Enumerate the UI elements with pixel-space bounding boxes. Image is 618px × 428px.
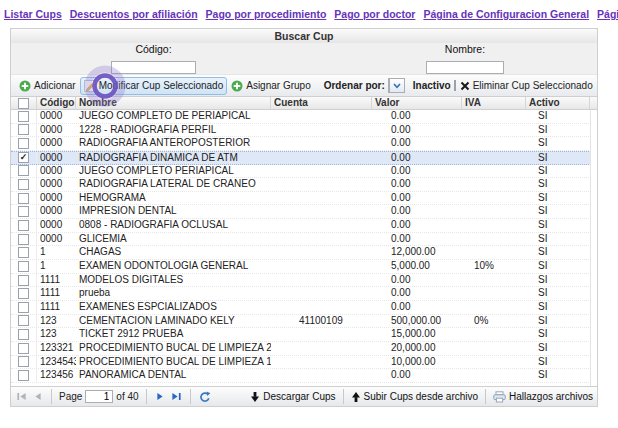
table-row[interactable]: 1111EXAMENES ESPCIALIZADOS0.00SI — [11, 301, 597, 315]
hallazgos-archivos-button[interactable]: Hallazgos archivos — [493, 391, 593, 403]
row-checkbox-cell — [11, 219, 37, 232]
table-row[interactable]: 0000RADIOGRAFIA ANTEROPOSTERIOR0.00SI — [11, 137, 597, 151]
page-number-input[interactable] — [85, 390, 113, 403]
pager-bar: Page of 40 Descargar Cups — [11, 386, 597, 406]
table-row[interactable]: 00000808 - RADIOGRAFIA OCLUSAL0.00SI — [11, 219, 597, 233]
subir-cups-button[interactable]: Subir Cups desde archivo — [351, 391, 479, 403]
cell-nombre: RADIOGRAFIA ANTEROPOSTERIOR — [76, 137, 271, 150]
cell-iva — [462, 287, 526, 300]
grid-scrollbar-track[interactable] — [590, 110, 597, 386]
table-row[interactable]: 123CEMENTACION LAMINADO KELY41100109500,… — [11, 315, 597, 329]
row-checkbox[interactable] — [18, 329, 29, 340]
row-checkbox-cell — [11, 178, 37, 191]
cell-nombre: 1228 - RADIOGRAFIA PERFIL — [76, 124, 271, 137]
nombre-input[interactable] — [426, 61, 504, 74]
cell-codigo: 0000 — [37, 233, 76, 246]
col-header-iva[interactable]: IVA — [462, 97, 526, 109]
row-checkbox[interactable] — [18, 234, 29, 245]
cell-cuenta — [271, 260, 372, 273]
col-header-codigo[interactable]: Código — [37, 97, 76, 109]
table-row[interactable]: 0000RADIOGRAFIA LATERAL DE CRANEO0.00SI — [11, 178, 597, 192]
nav-link-1[interactable]: Descuentos por afiliación — [70, 8, 198, 20]
nav-link-0[interactable]: Listar Cups — [4, 8, 62, 20]
cell-valor: 0.00 — [372, 205, 462, 218]
col-header-cuenta[interactable]: Cuenta — [271, 97, 372, 109]
cell-valor: 0.00 — [372, 137, 462, 150]
row-checkbox[interactable] — [18, 370, 29, 381]
nav-link-4[interactable]: Página de Configuracion General — [423, 8, 589, 20]
prev-page-button[interactable] — [31, 390, 44, 403]
cell-iva — [462, 219, 526, 232]
chevron-down-icon[interactable] — [389, 79, 404, 92]
table-row[interactable]: 123321PROCEDIMIENTO BUCAL DE LIMPIEZA 22… — [11, 342, 597, 356]
row-checkbox-cell — [11, 315, 37, 328]
table-row[interactable]: 1111MODELOS DIGITALES0.00SI — [11, 274, 597, 288]
select-all-checkbox[interactable] — [18, 98, 29, 109]
upload-icon — [351, 391, 361, 403]
row-checkbox[interactable] — [18, 288, 29, 299]
nav-link-5[interactable]: Página principal — [597, 8, 618, 20]
ordenar-por-combobox[interactable] — [388, 78, 405, 93]
cell-activo: SI — [526, 287, 590, 300]
row-checkbox[interactable] — [18, 111, 29, 122]
col-header-nombre[interactable]: Nombre — [76, 97, 271, 109]
table-row[interactable]: 1EXAMEN ODONTOLOGIA GENERAL5,000.0010%SI — [11, 260, 597, 274]
page-label: Page — [59, 391, 82, 402]
row-checkbox[interactable] — [18, 302, 29, 313]
table-row[interactable]: 1111prueba0.00SI — [11, 287, 597, 301]
row-checkbox[interactable] — [18, 315, 29, 326]
modificar-button[interactable]: Modificar Cup Seleccionado — [80, 77, 228, 95]
row-checkbox[interactable] — [18, 247, 29, 258]
row-checkbox[interactable] — [18, 179, 29, 190]
table-row[interactable]: 123TICKET 2912 PRUEBA15,000.00SI — [11, 328, 597, 342]
row-checkbox[interactable] — [18, 343, 29, 354]
cell-codigo: 0000 — [37, 152, 76, 164]
cell-codigo: 1111 — [37, 287, 76, 300]
row-checkbox[interactable] — [18, 261, 29, 272]
eliminar-button[interactable]: Eliminar Cup Seleccionado — [456, 77, 597, 94]
row-checkbox[interactable] — [18, 138, 29, 149]
top-nav: Listar CupsDescuentos por afiliaciónPago… — [0, 8, 618, 20]
table-row[interactable]: 1CHAGAS12,000.00SI — [11, 246, 597, 260]
row-checkbox[interactable] — [18, 206, 29, 217]
next-page-button[interactable] — [154, 390, 167, 403]
first-page-button[interactable] — [15, 390, 28, 403]
table-row[interactable]: 0000JUEGO COMPLETO PERIAPICAL0.00SI — [11, 165, 597, 179]
row-checkbox-cell — [11, 192, 37, 205]
col-header-activo[interactable]: Activo — [526, 97, 590, 109]
row-checkbox[interactable]: ✓ — [18, 152, 29, 163]
cell-valor: 10,000.00 — [372, 356, 462, 369]
cell-activo: SI — [526, 124, 590, 137]
cell-cuenta — [271, 178, 372, 191]
row-checkbox-cell — [11, 342, 37, 355]
last-page-button[interactable] — [170, 390, 183, 403]
table-row[interactable]: 00001228 - RADIOGRAFIA PERFIL0.00SI — [11, 124, 597, 138]
row-checkbox[interactable] — [18, 124, 29, 135]
cell-valor: 15,000.00 — [372, 328, 462, 341]
refresh-button[interactable] — [198, 390, 212, 404]
cell-activo: SI — [526, 137, 590, 150]
table-row[interactable]: 0000GLICEMIA0.00SI — [11, 233, 597, 247]
row-checkbox[interactable] — [18, 193, 29, 204]
row-checkbox[interactable] — [18, 356, 29, 367]
table-row[interactable]: 0000HEMOGRAMA0.00SI — [11, 192, 597, 206]
table-row[interactable]: 0000JUEGO COMPLETO DE PERIAPICAL0.00SI — [11, 110, 597, 124]
col-header-valor[interactable]: Valor — [372, 97, 462, 109]
asignar-grupo-button[interactable]: Asignar Grupo — [227, 77, 314, 95]
nav-link-2[interactable]: Pago por procedimiento — [206, 8, 327, 20]
table-row[interactable]: 0000IMPRESION DENTAL0.00SI — [11, 205, 597, 219]
cell-codigo: 0000 — [37, 192, 76, 205]
adicionar-button[interactable]: Adicionar — [15, 77, 80, 95]
codigo-input[interactable] — [111, 61, 196, 74]
descargar-cups-button[interactable]: Descargar Cups — [250, 391, 335, 403]
cell-nombre: PROCEDIMIENTO BUCAL DE LIMPIEZA 1 — [76, 356, 271, 369]
table-row[interactable]: ✓0000RADIOGRAFIA DINAMICA DE ATM0.00SI — [11, 151, 597, 165]
cell-valor: 0.00 — [372, 165, 462, 178]
row-checkbox[interactable] — [18, 275, 29, 286]
table-row[interactable]: 123456PANORAMICA DENTAL0.00SI — [11, 369, 597, 383]
nav-link-3[interactable]: Pago por doctor — [334, 8, 415, 20]
row-checkbox[interactable] — [18, 220, 29, 231]
search-form: Código: Nombre: — [11, 43, 597, 74]
table-row[interactable]: 123454321PROCEDIMIENTO BUCAL DE LIMPIEZA… — [11, 356, 597, 370]
row-checkbox[interactable] — [18, 165, 29, 176]
